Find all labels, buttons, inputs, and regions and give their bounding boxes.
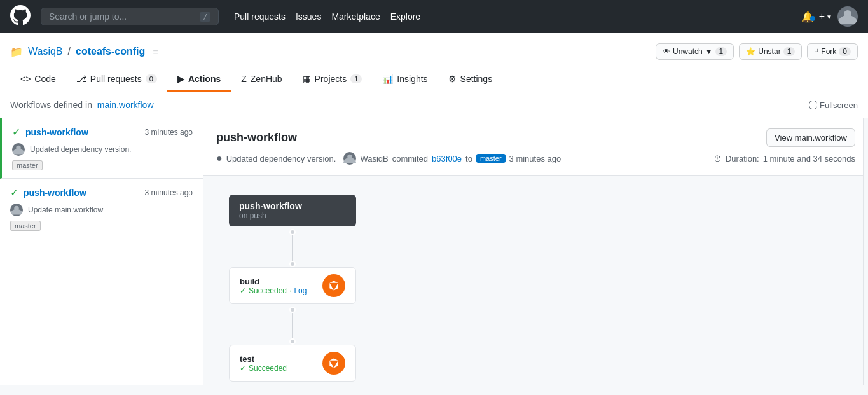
create-new-button[interactable]: + ▼ <box>819 11 832 22</box>
repo-title: 📁 WasiqB / coteafs-config ≡ 👁 Unwatch ▼ … <box>10 43 858 60</box>
workflow-name-0: push-workflow <box>25 127 88 137</box>
job-test-name: test <box>240 354 287 364</box>
detail-user: WasiqB <box>360 154 388 163</box>
branch-badge-1: master <box>10 221 41 231</box>
dot-separator: · <box>289 286 291 295</box>
scroll-track[interactable] <box>863 118 868 385</box>
tab-actions-label: Actions <box>188 74 221 84</box>
detail-branch-badge: master <box>476 154 506 163</box>
connector-dot-1 <box>289 261 296 267</box>
actions-icon: ▶ <box>177 74 184 84</box>
detail-commit-dot: ● Updated dependency version. <box>216 153 336 164</box>
workflow-time-1: 3 minutes ago <box>145 188 193 197</box>
unstar-count: 1 <box>783 47 796 56</box>
workflow-time-0: 3 minutes ago <box>145 128 193 137</box>
unstar-label: Unstar <box>758 47 780 56</box>
commit-message-1: Update main.workflow <box>28 205 103 214</box>
tab-code-label: Code <box>34 74 55 84</box>
repo-actions: 👁 Unwatch ▼ 1 ⭐ Unstar 1 ⑂ Fork 0 <box>656 43 858 60</box>
job-test-status-text: Succeeded <box>249 364 287 373</box>
commited-text: commited <box>392 154 428 163</box>
tab-zenhub-label: ZenHub <box>251 74 282 84</box>
workflow-name-1: push-workflow <box>24 188 86 198</box>
navbar-links: Pull requests Issues Marketplace Explore <box>234 11 420 22</box>
fullscreen-button[interactable]: ⛶ Fullscreen <box>809 100 858 110</box>
duration-info: ⏱ Duration: 1 minute and 34 seconds <box>713 154 855 163</box>
search-shortcut: / <box>200 12 210 22</box>
user-avatar-button[interactable] <box>837 6 858 27</box>
tab-actions[interactable]: ▶ Actions <box>167 67 231 92</box>
commit-message-0: Updated dependency version. <box>30 145 131 154</box>
pr-icon: ⎇ <box>76 74 86 84</box>
issues-nav-link[interactable]: Issues <box>296 11 321 22</box>
workflows-header-text: Workflows defined in main.workflow <box>10 100 154 110</box>
job-build-status: ✓ Succeeded · Log <box>240 286 307 295</box>
workflow-item-1[interactable]: ✓ push-workflow 3 minutes ago Update mai… <box>0 179 203 239</box>
tab-code[interactable]: <> Code <box>10 67 66 92</box>
repo-tabs: <> Code ⎇ Pull requests 0 ▶ Actions Z Ze… <box>10 67 858 92</box>
connector-line-1 <box>292 313 293 338</box>
job-test-status: ✓ Succeeded <box>240 364 287 373</box>
detail-meta: ● Updated dependency version. WasiqB com… <box>216 152 855 165</box>
insights-icon: 📊 <box>382 74 393 84</box>
job-test-info: test ✓ Succeeded <box>240 354 287 373</box>
tab-settings[interactable]: ⚙ Settings <box>438 67 503 92</box>
unwatch-button[interactable]: 👁 Unwatch ▼ 1 <box>656 43 734 60</box>
detail-title-text: push-workflow <box>216 131 297 144</box>
workflow-sidebar: ✓ push-workflow 3 minutes ago Updated de… <box>0 118 203 385</box>
tab-projects-label: Projects <box>315 74 347 84</box>
branch-badge-0: master <box>12 160 43 170</box>
build-job-icon <box>322 274 345 297</box>
connector-dot-0 <box>289 229 296 235</box>
tab-pull-requests[interactable]: ⎇ Pull requests 0 <box>66 67 167 92</box>
pull-requests-nav-link[interactable]: Pull requests <box>234 11 286 22</box>
repo-owner-link[interactable]: WasiqB <box>28 46 63 57</box>
notification-dot <box>810 16 815 21</box>
trigger-node-group: push-workflow on push build ✓ <box>229 195 356 382</box>
to-text: to <box>465 154 472 163</box>
github-logo[interactable] <box>10 5 31 29</box>
commit-hash-link[interactable]: b63f00e <box>432 154 462 163</box>
duration-value: 1 minute and 34 seconds <box>763 154 855 163</box>
search-text: Search or jump to... <box>49 11 127 22</box>
commit-avatar-0 <box>12 143 25 156</box>
projects-badge: 1 <box>350 74 362 83</box>
fullscreen-label: Fullscreen <box>820 100 858 110</box>
unwatch-label: Unwatch <box>673 47 703 56</box>
workflow-item-0[interactable]: ✓ push-workflow 3 minutes ago Updated de… <box>0 118 203 179</box>
star-icon: ⭐ <box>746 47 755 56</box>
view-workflow-button[interactable]: View main.workflow <box>766 128 855 147</box>
detail-time: 3 minutes ago <box>509 154 561 163</box>
tab-insights-label: Insights <box>397 74 427 84</box>
check-icon-test: ✓ <box>240 364 246 373</box>
detail-header: push-workflow View main.workflow ● Updat… <box>203 118 868 176</box>
main-area: ✓ push-workflow 3 minutes ago Updated de… <box>0 118 868 385</box>
fork-button[interactable]: ⑂ Fork 0 <box>807 43 858 60</box>
workflow-detail: push-workflow View main.workflow ● Updat… <box>203 118 868 385</box>
main-workflow-link[interactable]: main.workflow <box>97 100 154 110</box>
detail-commit-message: Updated dependency version. <box>226 154 336 163</box>
workflows-header-prefix: Workflows defined in <box>10 100 92 110</box>
job-build-name: build <box>240 277 307 286</box>
job-build-log-link[interactable]: Log <box>294 286 307 295</box>
tab-pr-label: Pull requests <box>90 74 142 84</box>
fullscreen-icon: ⛶ <box>809 100 817 110</box>
clock-icon: ⏱ <box>713 154 722 163</box>
connector-dot-2 <box>289 307 296 313</box>
tab-projects[interactable]: ▦ Projects 1 <box>293 67 373 92</box>
fork-count: 0 <box>839 47 851 56</box>
repo-name-link[interactable]: coteafs-config <box>76 46 145 57</box>
zenhub-icon: Z <box>241 74 247 84</box>
unstar-button[interactable]: ⭐ Unstar 1 <box>739 43 802 60</box>
tab-insights[interactable]: 📊 Insights <box>372 67 437 92</box>
commit-avatar-1 <box>10 204 23 216</box>
explore-nav-link[interactable]: Explore <box>390 11 420 22</box>
marketplace-nav-link[interactable]: Marketplace <box>331 11 380 22</box>
dot-icon: ● <box>216 153 223 164</box>
detail-user-avatar <box>343 152 356 165</box>
chevron-down-icon: ▼ <box>705 47 713 56</box>
success-icon-0: ✓ <box>12 126 20 138</box>
search-bar[interactable]: Search or jump to... / <box>41 8 219 25</box>
tab-zenhub[interactable]: Z ZenHub <box>231 67 292 92</box>
navbar: Search or jump to... / Pull requests Iss… <box>0 0 868 33</box>
